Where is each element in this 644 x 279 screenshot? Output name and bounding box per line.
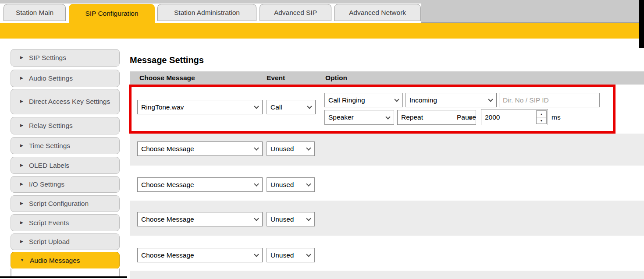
chevron-down-icon: ▼ <box>20 258 24 263</box>
sidebar-item-oled-labels[interactable]: ▶ OLED Labels <box>11 157 120 174</box>
select-value: Speaker <box>328 113 354 121</box>
chevron-down-icon <box>254 181 259 186</box>
chevron-right-icon: ▶ <box>20 220 23 225</box>
tab-label: Station Administration <box>174 9 240 17</box>
chevron-down-icon <box>306 181 311 186</box>
message-select-row2[interactable]: Choose Message <box>137 141 263 156</box>
chevron-down-icon <box>306 252 311 257</box>
column-header-choose-message: Choose Message <box>139 71 195 85</box>
select-value: Choose Message <box>141 181 194 189</box>
tab-advanced-sip[interactable]: Advanced SIP <box>260 4 331 21</box>
event-select-row4[interactable]: Unused <box>267 212 315 226</box>
chevron-down-icon <box>254 216 259 221</box>
select-value: Incoming <box>409 96 437 104</box>
chevron-down-icon <box>306 145 311 150</box>
select-value: Call Ringing <box>328 96 365 104</box>
message-select-row3[interactable]: Choose Message <box>137 177 263 192</box>
dir-no-sip-id-input[interactable] <box>499 93 600 107</box>
sidebar-item-audio-settings[interactable]: ▶ Audio Settings <box>11 70 120 87</box>
pause-label: Pause <box>457 110 476 125</box>
select-value: Unused <box>270 251 294 259</box>
select-value: Choose Message <box>141 251 194 259</box>
message-select-row1[interactable]: RingTone.wav <box>137 100 263 114</box>
sidebar-item-direct-access-key-settings[interactable]: ▶ Direct Access Key Settings <box>11 89 120 114</box>
sidebar-item-time-settings[interactable]: ▶ Time Settings <box>11 137 120 154</box>
sidebar-item-label: Time Settings <box>29 141 70 150</box>
column-header-option: Option <box>325 71 347 85</box>
chevron-down-icon <box>254 252 259 257</box>
event-select-row2[interactable]: Unused <box>267 141 315 156</box>
select-value: Choose Message <box>141 145 194 153</box>
message-select-row5[interactable]: Choose Message <box>137 248 263 262</box>
sidebar-item-relay-settings[interactable]: ▶ Relay Settings <box>11 117 120 134</box>
sidebar-item-label: Script Upload <box>29 237 70 246</box>
column-header-event: Event <box>267 71 285 85</box>
table-header-band <box>130 71 644 85</box>
tab-strip-filler <box>421 0 639 23</box>
ring-type-select-row1[interactable]: Call Ringing <box>324 93 403 107</box>
sidebar-item-audio-messages[interactable]: ▼ Audio Messages <box>11 252 120 269</box>
tab-station-administration[interactable]: Station Administration <box>157 4 256 21</box>
ms-unit-label: ms <box>551 110 561 125</box>
chevron-right-icon: ▶ <box>20 182 23 187</box>
chevron-right-icon: ▶ <box>20 201 23 206</box>
select-value: Unused <box>270 215 294 223</box>
pause-spinner[interactable]: ▲ ▼ <box>536 110 547 124</box>
select-value: RingTone.wav <box>141 103 184 111</box>
tab-sip-configuration[interactable]: SIP Configuration <box>69 4 155 23</box>
screenshot-edge-black-bottom-left <box>0 276 127 278</box>
sidebar-item-label: SIP Settings <box>29 53 66 62</box>
chevron-right-icon: ▶ <box>20 143 23 148</box>
station-config-page: Station Main SIP Configuration Station A… <box>0 0 644 279</box>
sidebar-item-script-events[interactable]: ▶ Script Events <box>11 214 120 231</box>
accent-bar <box>0 23 639 39</box>
sidebar-item-label: Audio Messages <box>30 256 80 265</box>
event-select-row3[interactable]: Unused <box>267 177 315 192</box>
chevron-right-icon: ▶ <box>20 55 23 60</box>
tab-station-main[interactable]: Station Main <box>4 4 66 21</box>
tab-label: Advanced Network <box>349 9 406 17</box>
chevron-down-icon <box>394 97 399 102</box>
sidebar-item-label: Script Events <box>29 219 69 227</box>
tab-label: Station Main <box>16 9 53 17</box>
output-select-row1[interactable]: Speaker <box>324 110 394 125</box>
select-value: Choose Message <box>141 215 194 223</box>
chevron-right-icon: ▶ <box>20 76 23 81</box>
select-value: Repeat <box>401 113 423 121</box>
sidebar-item-sip-settings[interactable]: ▶ SIP Settings <box>11 49 120 67</box>
sidebar-item-label: Script Configuration <box>29 199 89 208</box>
direction-select-row1[interactable]: Incoming <box>406 93 497 107</box>
chevron-right-icon: ▶ <box>20 99 23 104</box>
screenshot-edge-black-top-right <box>639 0 644 48</box>
tab-label: SIP Configuration <box>85 10 138 18</box>
chevron-down-icon <box>254 104 259 109</box>
chevron-right-icon: ▶ <box>20 239 23 244</box>
sidebar-item-io-settings[interactable]: ▶ I/O Settings <box>11 176 120 193</box>
spinner-down-icon[interactable]: ▼ <box>537 117 546 124</box>
select-value: Unused <box>270 181 294 189</box>
tab-advanced-network[interactable]: Advanced Network <box>334 4 421 21</box>
sidebar-item-label: Audio Settings <box>29 74 73 82</box>
message-select-row4[interactable]: Choose Message <box>137 212 263 226</box>
chevron-right-icon: ▶ <box>20 163 23 168</box>
sidebar-item-label: OLED Labels <box>29 161 69 170</box>
event-select-row1[interactable]: Call <box>267 100 316 114</box>
spinner-up-icon[interactable]: ▲ <box>537 111 546 117</box>
chevron-down-icon <box>307 104 312 109</box>
tab-label: Advanced SIP <box>274 9 317 17</box>
select-value: Call <box>270 103 282 111</box>
sidebar-item-label: Direct Access Key Settings <box>29 97 110 106</box>
pause-input-wrapper: ▲ ▼ <box>481 109 548 125</box>
event-select-row5[interactable]: Unused <box>267 248 315 262</box>
sidebar-submenu-panel <box>11 268 120 277</box>
chevron-down-icon <box>488 97 493 102</box>
sidebar-item-script-upload[interactable]: ▶ Script Upload <box>11 233 120 250</box>
sidebar-item-label: Relay Settings <box>29 121 73 130</box>
chevron-down-icon <box>385 114 390 119</box>
sidebar-item-script-configuration[interactable]: ▶ Script Configuration <box>11 195 120 212</box>
page-title: Message Settings <box>130 55 204 65</box>
select-value: Unused <box>270 145 294 153</box>
chevron-down-icon <box>254 145 259 150</box>
chevron-down-icon <box>306 216 311 221</box>
row-stripe <box>130 271 644 279</box>
